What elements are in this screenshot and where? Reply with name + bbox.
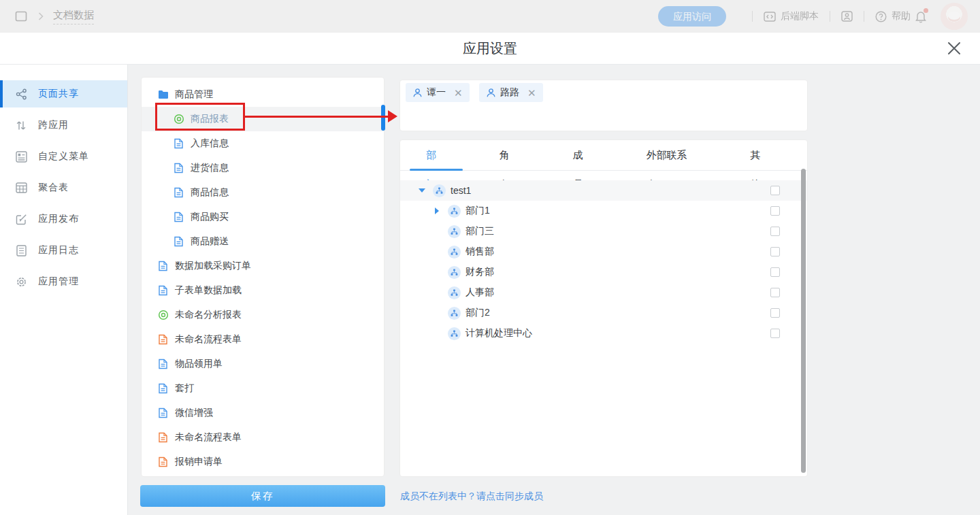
- sidebar-item-label: 聚合表: [38, 182, 69, 194]
- tree-row[interactable]: 销售部: [400, 242, 807, 262]
- help-button[interactable]: 帮助: [875, 10, 911, 22]
- tree-row[interactable]: 部门三: [400, 221, 807, 242]
- caret-right-icon[interactable]: [432, 207, 442, 214]
- remove-member-icon[interactable]: ✕: [527, 88, 536, 98]
- sidebar-item-app-log[interactable]: 应用日志: [0, 237, 127, 264]
- tree-row[interactable]: 财务部: [400, 262, 807, 282]
- backend-script-button[interactable]: 后端脚本: [764, 10, 819, 22]
- remove-member-icon[interactable]: ✕: [454, 88, 463, 98]
- divider: [752, 11, 753, 22]
- checkbox[interactable]: [770, 227, 780, 236]
- breadcrumb[interactable]: 文档数据: [53, 9, 94, 24]
- page-row[interactable]: 套打: [142, 376, 384, 401]
- tab-role[interactable]: 角色: [483, 140, 536, 171]
- settings-sidebar: 页面共享 跨应用 自定义菜单 聚合表 应用发布 应用日志 应用管理: [0, 65, 128, 515]
- annotation-highlight-rect: [155, 103, 245, 131]
- form-icon: [157, 408, 169, 418]
- page-row[interactable]: 数据加载采购订单: [142, 254, 384, 278]
- page-row[interactable]: 未命名分析报表: [142, 303, 384, 327]
- tree-row[interactable]: test1: [400, 180, 807, 201]
- question-circle-icon: [875, 11, 887, 22]
- department-tree: test1 部门1 部门三 销售部: [400, 171, 807, 344]
- page-label: 未命名流程表单: [175, 431, 242, 444]
- notifications-bell-icon[interactable]: [915, 10, 927, 23]
- help-label: 帮助: [892, 10, 911, 22]
- form-icon: [173, 163, 184, 173]
- save-button[interactable]: 保存: [140, 485, 385, 507]
- page-label: 未命名流程表单: [175, 333, 242, 346]
- tree-scrollbar-thumb[interactable]: [801, 169, 806, 473]
- sidebar-item-page-share[interactable]: 页面共享: [0, 80, 127, 107]
- tree-row[interactable]: 部门1: [400, 201, 807, 221]
- checkbox[interactable]: [770, 308, 780, 318]
- sidebar-item-cross-app[interactable]: 跨应用: [0, 112, 127, 139]
- form-icon: [157, 261, 169, 271]
- page-label: 物品领用单: [175, 358, 223, 370]
- annotation-arrow-line: [245, 116, 389, 118]
- checkbox[interactable]: [770, 288, 780, 297]
- tree-label: 计算机处理中心: [466, 327, 532, 339]
- page-label: 商品购买: [191, 211, 229, 223]
- page-row[interactable]: 物品领用单: [142, 352, 384, 376]
- app-window-icon[interactable]: [15, 11, 27, 22]
- page-row[interactable]: 进货信息: [142, 156, 384, 180]
- page-row[interactable]: 未命名流程表单: [142, 327, 384, 352]
- app-access-button[interactable]: 应用访问: [658, 6, 726, 27]
- form-icon: [173, 212, 184, 222]
- checkbox[interactable]: [770, 206, 780, 216]
- modal-header: 应用设置: [0, 33, 980, 65]
- sidebar-item-app-publish[interactable]: 应用发布: [0, 205, 127, 233]
- checkbox[interactable]: [770, 186, 780, 195]
- tab-member[interactable]: 成员: [557, 140, 610, 171]
- pages-scrollbar-thumb[interactable]: [381, 105, 385, 131]
- caret-down-icon[interactable]: [417, 188, 427, 193]
- share-icon: [15, 88, 27, 100]
- form-icon: [157, 383, 169, 394]
- sidebar-item-label: 应用日志: [38, 244, 79, 256]
- picker-tabbar: 部门 角色 成员 外部联系人 其他: [400, 140, 807, 171]
- page-label: 进货信息: [191, 162, 229, 174]
- selected-members-panel[interactable]: 谭一 ✕ 路路 ✕: [399, 80, 808, 131]
- sidebar-item-app-manage[interactable]: 应用管理: [0, 268, 127, 295]
- page-row[interactable]: 子表单数据加载: [142, 278, 384, 303]
- log-document-icon: [15, 244, 27, 256]
- tab-department[interactable]: 部门: [410, 140, 463, 171]
- tree-row[interactable]: 人事部: [400, 282, 807, 303]
- tab-external-contacts[interactable]: 外部联系人: [630, 140, 714, 171]
- form-icon: [173, 236, 184, 247]
- member-chip[interactable]: 路路 ✕: [479, 83, 543, 102]
- org-icon: [448, 266, 461, 279]
- tab-other[interactable]: 其他: [734, 140, 787, 171]
- page-row[interactable]: 报销申请单: [142, 450, 384, 474]
- sidebar-item-label: 页面共享: [38, 88, 79, 100]
- tree-row[interactable]: 计算机处理中心: [400, 323, 807, 344]
- tree-label: test1: [451, 185, 471, 196]
- checkbox[interactable]: [770, 267, 780, 277]
- sidebar-item-aggregate-table[interactable]: 聚合表: [0, 174, 127, 201]
- sync-members-link[interactable]: 成员不在列表中？请点击同步成员: [400, 491, 543, 503]
- checkbox[interactable]: [770, 247, 780, 256]
- page-row[interactable]: 商品赠送: [142, 229, 384, 254]
- form-icon: [173, 138, 184, 149]
- page-row[interactable]: 微信增强: [142, 401, 384, 425]
- close-icon[interactable]: [946, 40, 964, 58]
- sidebar-item-custom-menu[interactable]: 自定义菜单: [0, 143, 127, 170]
- page-row[interactable]: 未命名流程表单: [142, 425, 384, 450]
- page-label: 报销申请单: [175, 456, 223, 468]
- page-row[interactable]: 商品信息: [142, 180, 384, 205]
- tree-row[interactable]: 部门2: [400, 303, 807, 323]
- user-panel-button[interactable]: [841, 11, 853, 22]
- page-row[interactable]: 入库信息: [142, 131, 384, 156]
- tree-label: 部门2: [466, 307, 490, 319]
- user-avatar[interactable]: [941, 3, 968, 30]
- pages-list-panel: 商品管理 商品报表 入库信息 进货信息 商品信息 商品购买 商品赠送: [141, 77, 385, 477]
- page-row[interactable]: 商品购买: [142, 205, 384, 229]
- report-icon: [157, 310, 169, 320]
- swap-arrows-icon: [15, 119, 27, 131]
- member-chip[interactable]: 谭一 ✕: [406, 83, 470, 102]
- page-label: 未命名分析报表: [175, 309, 242, 321]
- person-icon: [486, 88, 496, 98]
- divider: [864, 11, 864, 22]
- checkbox[interactable]: [770, 329, 780, 338]
- page-label: 子表单数据加载: [175, 284, 242, 297]
